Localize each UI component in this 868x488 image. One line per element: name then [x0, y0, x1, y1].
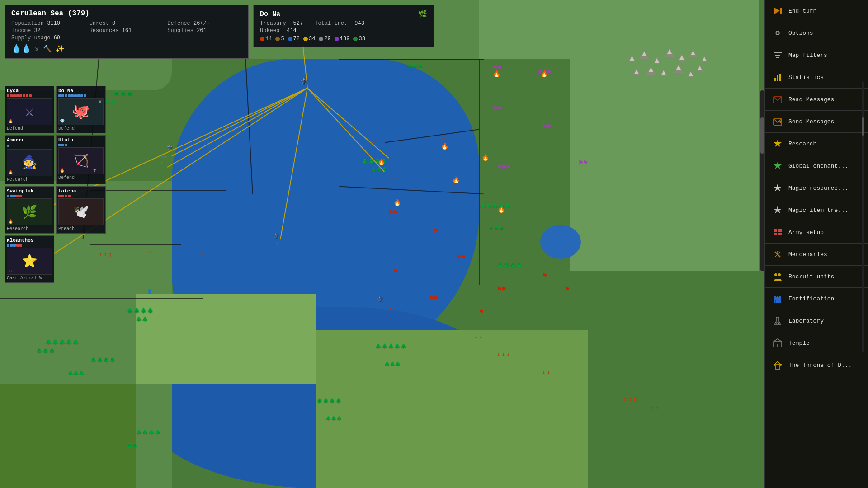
svg-marker-22 [774, 206, 782, 213]
svg-marker-20 [774, 162, 782, 169]
hammer-icon[interactable]: 🔨 [43, 44, 52, 53]
magic-resource-button[interactable]: Magic resource... [765, 177, 868, 199]
province-panel: Cerulean Sea (379) Population 3110 Unres… [5, 5, 249, 59]
ululu-art: 🏹 🔥 🗡 [58, 147, 104, 174]
research-button[interactable]: Research [765, 133, 868, 155]
svg-marker-8 [774, 8, 780, 14]
mercenaries-icon [771, 248, 784, 261]
send-messages-label: Send Messages [788, 118, 834, 125]
send-messages-button[interactable]: Send Messages [765, 111, 868, 133]
dona-gem: 💎 [60, 119, 65, 124]
commander-card-amurru[interactable]: Amurru ▲ 🧙 🔥 Research [5, 135, 54, 184]
commander-card-ululu[interactable]: Ululu 🏹 🔥 🗡 Defend [56, 135, 106, 184]
options-button[interactable]: ⚙ Options [765, 22, 868, 44]
dona-units [58, 94, 104, 97]
statistics-button[interactable]: Statistics [765, 66, 868, 89]
statistics-label: Statistics [788, 74, 824, 81]
unit-dot [58, 144, 61, 146]
latena-name: Latena [58, 188, 104, 194]
mercenaries-label: Mercenaries [788, 251, 827, 258]
recruit-units-button[interactable]: Recruit units [765, 266, 868, 288]
unit-dot [71, 94, 74, 97]
population-stat: Population 3110 [11, 20, 86, 27]
astral-res: 139 [335, 36, 350, 42]
svatopluk-units [7, 195, 52, 197]
magic-icon[interactable]: ✨ [56, 44, 65, 53]
svg-point-31 [778, 273, 781, 276]
unit-dot [65, 94, 67, 97]
unit-dot [10, 244, 13, 247]
commander-card-cyca[interactable]: Cyca ⚔ 🔥 Defend [5, 86, 54, 133]
army-setup-button[interactable]: Army setup [765, 221, 868, 244]
svg-marker-19 [774, 140, 782, 147]
magic-item-icon [771, 204, 784, 216]
magic-item-button[interactable]: Magic item tre... [765, 199, 868, 221]
army-setup-label: Army setup [788, 229, 824, 236]
kloanthos-name: Kloanthos [7, 238, 52, 243]
commander-card-kloanthos[interactable]: Kloanthos ⭐ ✦✦ Cast Astral W [5, 235, 54, 283]
recruit-units-label: Recruit units [788, 273, 834, 280]
read-messages-button[interactable]: Read Messages [765, 89, 868, 111]
commander-row-2: Amurru ▲ 🧙 🔥 Research Ululu 🏹 🔥 🗡 Defend [5, 135, 106, 184]
unit-dot [16, 195, 19, 197]
svg-rect-9 [780, 8, 782, 14]
global-enchant-label: Global enchant... [788, 163, 849, 169]
commander-row-1: Cyca ⚔ 🔥 Defend Do Na [5, 86, 106, 133]
svg-rect-15 [779, 74, 781, 81]
fire-dot [260, 37, 264, 41]
svg-rect-24 [774, 233, 777, 235]
svg-point-44 [774, 364, 775, 366]
cyca-gem: 🔥 [8, 119, 13, 124]
svg-rect-36 [775, 300, 776, 303]
fire-res: 14 [260, 36, 272, 42]
mercenaries-button[interactable]: Mercenaries [765, 244, 868, 266]
ululu-units [58, 144, 104, 146]
resource-gems-row: 14 5 72 34 29 139 33 [260, 36, 427, 42]
svg-point-38 [778, 323, 779, 324]
svg-rect-42 [775, 365, 780, 369]
read-messages-icon [771, 93, 784, 106]
unit-dot [23, 94, 25, 97]
temple-icon [771, 337, 784, 349]
sidebar-scrollbar[interactable] [862, 81, 864, 352]
options-icon: ⚙ [771, 27, 784, 39]
svatopluk-name: Svatopluk [7, 188, 52, 194]
fire-value: 14 [265, 36, 272, 42]
swords-icon[interactable]: ⚔ [35, 44, 39, 53]
map-filters-button[interactable]: Map filters [765, 44, 868, 66]
commander-card-latena[interactable]: Latena 🕊️ Preach [56, 186, 106, 234]
unit-dot [7, 244, 9, 247]
unit-dot [61, 195, 64, 197]
dona-status: Defend [58, 126, 104, 131]
commander-card-svatopluk[interactable]: Svatopluk 🌿 🔥 Research [5, 186, 54, 234]
svatopluk-status: Research [7, 226, 52, 231]
amurru-gem: 🔥 [8, 170, 13, 175]
nature-dot [353, 37, 358, 41]
end-turn-button[interactable]: End turn [765, 0, 868, 22]
cyca-name: Cyca [7, 88, 52, 94]
unit-dot [58, 195, 61, 197]
throne-label: The Throne of D... [788, 362, 852, 369]
province-icons: 💧💧 ⚔ 🔨 ✨ [11, 44, 242, 54]
unit-dot [19, 244, 22, 247]
fortification-button[interactable]: Fortification [765, 288, 868, 310]
amurru-art: 🧙 🔥 [7, 149, 52, 176]
global-enchant-button[interactable]: Global enchant... [765, 155, 868, 177]
svg-point-37 [776, 323, 777, 324]
unit-dot [13, 195, 16, 197]
amurru-name: Amurru [7, 137, 52, 143]
commander-card-dona[interactable]: Do Na 🐙 🗡 💎 Defend [56, 86, 106, 133]
water-res: 72 [288, 36, 300, 42]
svg-rect-26 [778, 233, 782, 235]
unit-dot [10, 195, 13, 197]
laboratory-button[interactable]: Laboratory [765, 310, 868, 332]
sidebar-scrollbar-thumb[interactable] [862, 117, 864, 136]
throne-button[interactable]: The Throne of D... [765, 354, 868, 376]
ululu-gem1: 🔥 [60, 168, 65, 173]
recruit-units-icon [771, 270, 784, 283]
send-messages-icon [771, 115, 784, 128]
temple-button[interactable]: Temple [765, 332, 868, 354]
research-icon [771, 137, 784, 150]
unit-dot [19, 94, 22, 97]
dona-name: Do Na [58, 88, 104, 94]
